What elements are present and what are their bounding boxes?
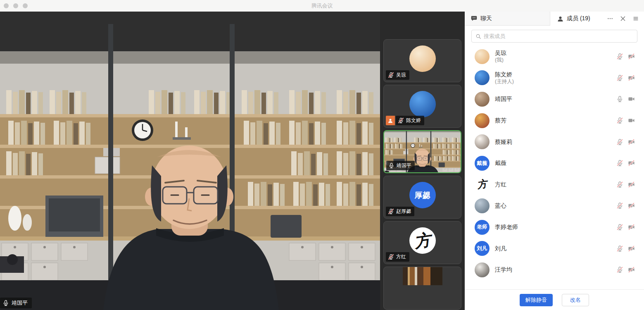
main-video-feed — [0, 12, 380, 310]
thumbnail-label-row: 靖国平 — [386, 161, 415, 170]
member-names: 蔡娅莉 — [495, 138, 512, 145]
member-row[interactable]: 汪学均 — [465, 259, 644, 281]
member-status-icons — [616, 181, 635, 188]
member-row[interactable]: 戴薇 戴薇 — [465, 153, 644, 174]
camera-off-icon[interactable] — [628, 245, 635, 252]
mic-on-icon — [388, 162, 394, 169]
video-thumbnail[interactable]: 吴琼 — [383, 39, 461, 82]
mic-on-icon — [2, 300, 9, 306]
host-badge-icon — [386, 116, 395, 125]
mic-muted-icon[interactable] — [616, 160, 623, 167]
member-status-icons — [616, 117, 635, 124]
avatar-text: 刘凡 — [475, 241, 490, 256]
member-avatar: 方 — [475, 177, 490, 192]
avatar-photo — [409, 45, 436, 72]
member-names: 刘凡 — [495, 245, 506, 252]
camera-off-icon[interactable] — [628, 138, 635, 145]
mic-muted-icon[interactable] — [616, 266, 623, 273]
video-thumbnail-partial[interactable] — [383, 267, 461, 310]
main-video-stage[interactable]: 靖国平 — [0, 12, 380, 310]
member-names: 戴薇 — [495, 160, 506, 167]
member-status-icons — [616, 160, 635, 167]
close-icon[interactable] — [620, 15, 626, 22]
member-status-icons — [616, 224, 635, 231]
video-thumbnail[interactable]: 陈文娇 — [383, 85, 461, 128]
camera-on-icon[interactable] — [628, 95, 635, 103]
thumbnail-name: 靖国平 — [397, 162, 411, 169]
mic-muted-icon — [388, 254, 394, 260]
avatar-text: 厚勰 — [409, 182, 436, 208]
camera-off-icon[interactable] — [628, 202, 635, 209]
tab-chat[interactable]: 聊天 — [465, 12, 550, 26]
camera-off-icon[interactable] — [628, 266, 635, 273]
panel-actions — [607, 15, 644, 22]
close-window-icon[interactable] — [4, 3, 9, 8]
member-row[interactable]: 刘凡 刘凡 — [465, 238, 644, 259]
avatar-photo — [475, 198, 490, 213]
member-avatar — [475, 70, 490, 85]
member-avatar: 戴薇 — [475, 156, 490, 171]
member-avatar — [475, 49, 490, 64]
thumbnail-name: 陈文娇 — [406, 117, 421, 124]
mic-muted-icon[interactable] — [616, 117, 623, 124]
member-status-icons — [616, 53, 635, 60]
video-thumbnail[interactable]: 方 方红 — [383, 221, 461, 264]
mic-muted-icon[interactable] — [616, 202, 623, 209]
camera-off-icon[interactable] — [628, 53, 635, 60]
member-row[interactable]: 老师 李婷老师 — [465, 217, 644, 238]
member-status-icons — [616, 266, 635, 273]
tab-members[interactable]: 成员 (19) — [550, 12, 644, 26]
member-name: 陈文娇 — [495, 71, 514, 78]
unmute-button[interactable]: 解除静音 — [520, 294, 553, 306]
zoom-window-icon[interactable] — [23, 3, 28, 8]
traffic-lights — [4, 3, 28, 8]
member-row[interactable]: 吴琼 (我) — [465, 46, 644, 67]
member-avatar — [475, 113, 490, 128]
mic-muted-icon[interactable] — [616, 53, 623, 60]
search-input[interactable] — [484, 33, 633, 39]
thumbnail-label-row: 赵厚勰 — [386, 207, 414, 216]
mic-muted-icon[interactable] — [616, 138, 623, 145]
member-role-label: (我) — [495, 57, 506, 63]
member-names: 蔡芳 — [495, 117, 506, 124]
member-row[interactable]: 方 方红 — [465, 174, 644, 196]
member-names: 陈文娇 (主持人) — [495, 71, 514, 85]
mic-muted-icon[interactable] — [616, 181, 623, 188]
thumbnail-label-row: 方红 — [386, 252, 409, 262]
member-row[interactable]: 蔡娅莉 — [465, 131, 644, 153]
mic-on-icon[interactable] — [616, 95, 623, 103]
member-row[interactable]: 靖国平 — [465, 88, 644, 110]
camera-on-icon[interactable] — [628, 117, 635, 124]
member-avatar — [475, 198, 490, 213]
member-row[interactable]: 陈文娇 (主持人) — [465, 67, 644, 89]
member-row[interactable]: 蓝心 — [465, 195, 644, 217]
member-status-icons — [616, 138, 635, 145]
menu-icon[interactable] — [632, 15, 639, 22]
avatar-text: 老师 — [475, 220, 490, 235]
member-names: 靖国平 — [495, 95, 512, 103]
thumbnail-strip[interactable]: 吴琼 陈文娇 靖国平厚勰 赵厚勰方 方红 — [380, 12, 465, 310]
video-thumbnail[interactable]: 厚勰 赵厚勰 — [383, 176, 461, 219]
mic-muted-icon[interactable] — [616, 245, 623, 252]
member-name: 靖国平 — [495, 95, 512, 103]
thumbnail-avatar — [409, 91, 436, 117]
avatar-calligraphy: 方 — [475, 177, 490, 192]
mic-muted-icon[interactable] — [616, 74, 623, 81]
camera-off-icon[interactable] — [628, 160, 635, 167]
member-name: 方红 — [495, 181, 506, 188]
search-box[interactable] — [471, 30, 637, 43]
panel-footer: 解除静音 改名 — [465, 289, 644, 310]
avatar-calligraphy: 方 — [409, 227, 436, 254]
video-thumbnail[interactable]: 靖国平 — [383, 130, 461, 173]
camera-off-icon[interactable] — [628, 181, 635, 188]
more-icon[interactable] — [607, 15, 613, 22]
member-row[interactable]: 蔡芳 — [465, 110, 644, 131]
camera-off-icon[interactable] — [628, 74, 635, 81]
mic-muted-icon[interactable] — [616, 224, 623, 231]
avatar-photo — [475, 92, 490, 107]
camera-off-icon[interactable] — [628, 224, 635, 231]
search-area — [465, 26, 644, 46]
member-avatar — [475, 134, 490, 149]
rename-button[interactable]: 改名 — [562, 294, 589, 306]
minimize-window-icon[interactable] — [13, 3, 18, 8]
